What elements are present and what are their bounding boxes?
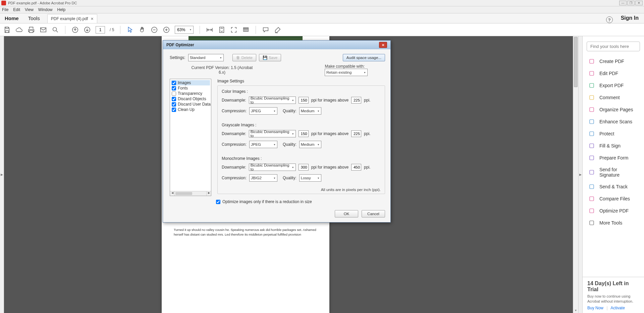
menu-view[interactable]: View bbox=[25, 7, 34, 12]
read-icon[interactable] bbox=[242, 26, 250, 34]
mono-above-input[interactable] bbox=[351, 164, 361, 171]
close-button[interactable]: ✕ bbox=[635, 1, 643, 5]
save-button[interactable]: 💾 Save bbox=[259, 54, 281, 61]
menu-help[interactable]: Help bbox=[57, 7, 66, 12]
tab-home[interactable]: Home bbox=[0, 13, 23, 23]
tool-send-track[interactable]: Send & Track bbox=[583, 181, 644, 193]
tool-enhance-scans[interactable]: Enhance Scans bbox=[583, 116, 644, 128]
window-titlebar: PDF example.pdf - Adobe Acrobat Pro DC —… bbox=[0, 0, 644, 6]
category-checkbox[interactable] bbox=[172, 86, 176, 90]
category-discard-user-data[interactable]: Discard User Data bbox=[171, 102, 210, 107]
mono-quality-dropdown[interactable]: Lossy bbox=[299, 174, 321, 182]
tool-edit-pdf[interactable]: Edit PDF bbox=[583, 67, 644, 79]
image-settings-pane: Image Settings Color Images : Downsample… bbox=[217, 79, 385, 196]
sign-in-link[interactable]: Sign In bbox=[615, 13, 644, 23]
gray-compression-dropdown[interactable]: JPEG bbox=[249, 141, 277, 148]
tool-fill-sign[interactable]: Fill & Sign bbox=[583, 140, 644, 152]
tool-send-for-signature[interactable]: Send for Signature bbox=[583, 164, 644, 181]
page-up-icon[interactable] bbox=[71, 26, 79, 34]
comment-icon[interactable] bbox=[262, 26, 269, 34]
menu-edit[interactable]: Edit bbox=[13, 7, 20, 12]
color-compression-dropdown[interactable]: JPEG bbox=[249, 107, 277, 115]
menu-file[interactable]: File bbox=[2, 7, 8, 12]
tab-tools[interactable]: Tools bbox=[23, 13, 45, 23]
hand-icon[interactable] bbox=[139, 26, 146, 34]
category-clean-up[interactable]: Clean Up bbox=[171, 107, 210, 112]
search-icon[interactable] bbox=[52, 26, 59, 34]
tool-more-tools[interactable]: More Tools bbox=[583, 217, 644, 229]
category-discard-objects[interactable]: Discard Objects bbox=[171, 96, 210, 102]
dialog-close-button[interactable]: ✕ bbox=[379, 42, 387, 48]
fit-page-icon[interactable] bbox=[218, 26, 225, 34]
mono-compression-dropdown[interactable]: JBIG2 bbox=[249, 174, 277, 182]
vertical-scrollbar[interactable]: ▼ bbox=[573, 36, 578, 313]
pointer-icon[interactable] bbox=[126, 26, 134, 34]
mail-icon[interactable] bbox=[40, 26, 47, 34]
tool-prepare-form[interactable]: Prepare Form bbox=[583, 152, 644, 164]
menu-window[interactable]: Window bbox=[38, 7, 53, 12]
fullscreen-icon[interactable] bbox=[230, 26, 237, 34]
category-checkbox[interactable] bbox=[172, 91, 176, 96]
tab-close-icon[interactable]: ✕ bbox=[91, 17, 94, 21]
tab-document[interactable]: PDF example (4).pdf ✕ bbox=[47, 14, 98, 23]
cancel-button[interactable]: Cancel bbox=[362, 210, 385, 217]
color-above-input[interactable] bbox=[351, 97, 361, 104]
color-downsample-dropdown[interactable]: Bicubic Downsampling to bbox=[249, 97, 296, 104]
gray-ppi-input[interactable] bbox=[299, 130, 309, 137]
scrollbar-thumb[interactable] bbox=[574, 37, 578, 87]
tool-protect[interactable]: Protect bbox=[583, 128, 644, 140]
category-scrollbar[interactable]: ◀▶ bbox=[170, 191, 211, 196]
zoom-dropdown[interactable]: 63% bbox=[175, 26, 194, 34]
tools-search-input[interactable] bbox=[587, 42, 640, 51]
gray-quality-dropdown[interactable]: Medium bbox=[299, 141, 321, 148]
grayscale-images-title: Grayscale Images : bbox=[222, 123, 381, 127]
gray-downsample-dropdown[interactable]: Bicubic Downsampling to bbox=[249, 130, 296, 137]
category-transparency[interactable]: Transparency bbox=[171, 91, 210, 96]
highlight-icon[interactable] bbox=[274, 26, 281, 34]
ok-button[interactable]: OK bbox=[335, 210, 358, 217]
help-icon[interactable]: ? bbox=[606, 16, 613, 23]
tool-export-pdf[interactable]: Export PDF bbox=[583, 79, 644, 91]
gray-above-input[interactable] bbox=[351, 130, 361, 137]
restore-button[interactable]: ❐ bbox=[627, 1, 635, 5]
category-checkbox[interactable] bbox=[172, 102, 176, 107]
buy-now-link[interactable]: Buy Now bbox=[587, 306, 603, 310]
page-total-label: / 5 bbox=[110, 27, 114, 32]
tool-comment[interactable]: Comment bbox=[583, 91, 644, 104]
page-number-input[interactable] bbox=[96, 26, 105, 34]
left-panel-toggle[interactable]: ▶ bbox=[0, 36, 4, 313]
mono-ppi-input[interactable] bbox=[299, 164, 309, 171]
tool-compare-files[interactable]: Compare Files bbox=[583, 193, 644, 205]
zoom-out-icon[interactable] bbox=[151, 26, 158, 34]
delete-button[interactable]: 🗑 Delete bbox=[232, 54, 256, 61]
activate-link[interactable]: Activate bbox=[610, 306, 625, 310]
category-fonts[interactable]: Fonts bbox=[171, 85, 210, 91]
svg-rect-15 bbox=[590, 144, 594, 148]
mono-downsample-dropdown[interactable]: Bicubic Downsampling to bbox=[249, 164, 296, 171]
minimize-button[interactable]: — bbox=[619, 1, 627, 5]
color-quality-dropdown[interactable]: Medium bbox=[299, 107, 321, 115]
save-icon[interactable] bbox=[3, 26, 11, 34]
tool-organize-pages[interactable]: Organize Pages bbox=[583, 104, 644, 116]
color-ppi-input[interactable] bbox=[299, 97, 309, 104]
dialog-titlebar[interactable]: PDF Optimizer ✕ bbox=[163, 41, 390, 49]
optimize-only-reduction-checkbox[interactable] bbox=[216, 200, 220, 204]
scroll-down-icon[interactable]: ▼ bbox=[573, 308, 578, 313]
category-checkbox[interactable] bbox=[172, 97, 176, 101]
right-panel-toggle[interactable]: ▶ bbox=[578, 36, 582, 313]
compat-dropdown[interactable]: Retain existing bbox=[325, 69, 368, 76]
print-icon[interactable] bbox=[28, 26, 35, 34]
tool-optimize-pdf[interactable]: Optimize PDF bbox=[583, 205, 644, 217]
page-down-icon[interactable] bbox=[84, 26, 91, 34]
tab-document-label: PDF example (4).pdf bbox=[51, 16, 88, 21]
audit-space-button[interactable]: Audit space usage... bbox=[343, 54, 385, 61]
category-checkbox[interactable] bbox=[172, 108, 176, 112]
tabs-row: Home Tools PDF example (4).pdf ✕ ? Sign … bbox=[0, 13, 644, 23]
tool-create-pdf[interactable]: Create PDF bbox=[583, 55, 644, 67]
settings-dropdown[interactable]: Standard bbox=[188, 54, 224, 61]
zoom-in-icon[interactable] bbox=[163, 26, 170, 34]
category-images[interactable]: Images bbox=[171, 80, 210, 85]
fit-width-icon[interactable] bbox=[206, 26, 213, 34]
cloud-icon[interactable] bbox=[15, 26, 23, 34]
category-checkbox[interactable] bbox=[172, 81, 176, 85]
